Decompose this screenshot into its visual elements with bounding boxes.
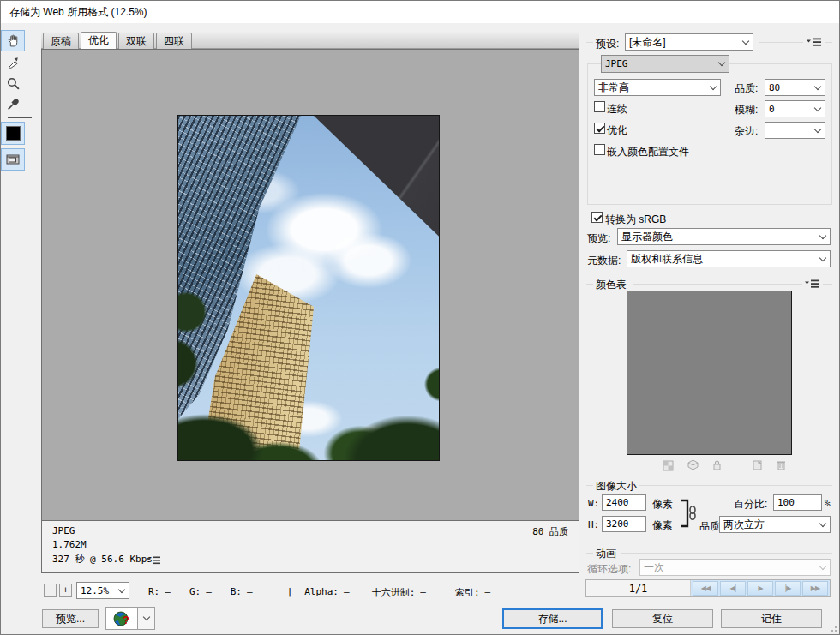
last-frame-button[interactable]: ▶▶: [802, 581, 828, 596]
remember-button-label: 记住: [761, 612, 782, 626]
eyedropper-tool-button[interactable]: [1, 93, 25, 115]
frame-counter: 1/1: [586, 580, 691, 596]
image-size-line-2: [639, 485, 832, 486]
zoom-out-button[interactable]: −: [44, 584, 57, 597]
zoom-tool-button[interactable]: [1, 73, 25, 94]
zoom-level-value: 12.5%: [77, 585, 115, 596]
quality-combo[interactable]: 80: [765, 79, 825, 96]
map-transparency-icon[interactable]: [663, 460, 674, 471]
optimized-filesize: 1.762M: [52, 539, 87, 550]
reset-button-label: 复位: [652, 612, 673, 626]
monitor-preview-value: 显示器颜色: [618, 230, 816, 244]
blur-combo[interactable]: 0: [765, 100, 825, 117]
height-field[interactable]: 3200: [602, 516, 646, 532]
tab-2up[interactable]: 双联: [118, 33, 154, 49]
progressive-checkbox[interactable]: [594, 101, 605, 112]
preset-combo[interactable]: [未命名]: [625, 33, 753, 51]
play-button[interactable]: ▶: [747, 581, 773, 596]
new-color-icon[interactable]: [752, 459, 763, 470]
percent-field[interactable]: 100: [773, 494, 822, 511]
remember-button[interactable]: 记住: [721, 609, 822, 628]
download-speed-menu-icon[interactable]: [147, 556, 160, 565]
preview-viewport[interactable]: JPEG 1.762M 327 秒 @ 56.6 Kbps 80 品质: [41, 49, 579, 573]
quality-chevron-icon: [811, 80, 825, 95]
loop-chevron-icon: [816, 560, 830, 575]
quality-value: 80: [765, 82, 811, 93]
width-unit-label: 像素: [652, 497, 673, 512]
next-frame-button[interactable]: |▶: [775, 581, 801, 596]
next-frame-icon: |▶: [785, 584, 791, 592]
resample-quality-combo[interactable]: 两次立方: [719, 516, 831, 533]
embed-profile-checkbox[interactable]: [594, 144, 605, 155]
eyedropper-color-swatch[interactable]: [1, 122, 25, 145]
first-frame-button[interactable]: ◀◀: [693, 581, 718, 596]
tab-original-label: 原稿: [51, 35, 71, 47]
toggle-slices-button[interactable]: [1, 148, 25, 171]
color-table-swatches[interactable]: [627, 291, 792, 455]
color-table-title: 颜色表: [596, 278, 627, 292]
browser-dropdown-chevron-icon: [142, 614, 149, 620]
optimize-info-strip: JPEG 1.762M 327 秒 @ 56.6 Kbps 80 品质: [42, 520, 579, 572]
g-value: —: [206, 586, 212, 599]
save-button-label: 存储...: [537, 612, 567, 626]
alpha-value: —: [344, 586, 350, 599]
browser-select-dropdown[interactable]: [137, 607, 155, 630]
g-label: G:: [189, 586, 201, 599]
format-chevron-icon: [715, 56, 729, 72]
resample-chevron-icon: [816, 517, 830, 532]
format-combo[interactable]: JPEG: [601, 55, 729, 73]
monitor-preview-combo[interactable]: 显示器颜色: [617, 228, 831, 245]
matte-chevron-icon: [811, 123, 825, 138]
hex-label: 十六进制:: [372, 586, 416, 599]
hand-tool-button[interactable]: [1, 30, 25, 51]
tab-optimized[interactable]: 优化: [81, 32, 117, 49]
width-field[interactable]: 2400: [602, 494, 646, 511]
delete-color-icon[interactable]: [776, 459, 787, 470]
playback-buttons: ◀◀ ◀| ▶ |▶ ▶▶: [691, 580, 830, 596]
monitor-preview-label: 预览:: [587, 231, 610, 246]
toolbar-divider: [8, 117, 32, 118]
optimize-menu-icon[interactable]: [807, 38, 821, 47]
previous-frame-button[interactable]: ◀|: [720, 581, 746, 596]
compression-quality-combo[interactable]: 非常高: [594, 79, 721, 96]
percent-unit-label: %: [825, 498, 831, 509]
slice-select-icon: [6, 56, 21, 70]
metadata-combo[interactable]: 版权和联系信息: [627, 250, 831, 267]
color-table-menu-icon[interactable]: [805, 279, 819, 289]
reset-button[interactable]: 复位: [612, 609, 713, 628]
constrain-link-icon[interactable]: [680, 498, 699, 529]
preset-value: [未命名]: [626, 35, 739, 50]
tab-original[interactable]: 原稿: [43, 33, 79, 49]
optimized-checkbox[interactable]: [594, 123, 605, 134]
swatch-color: [6, 126, 21, 141]
resize-grip[interactable]: [828, 623, 837, 632]
lock-color-icon[interactable]: [711, 459, 723, 470]
b-label: B:: [231, 586, 242, 599]
web-shift-cube-icon[interactable]: [687, 459, 699, 470]
animation-title: 动画: [596, 547, 616, 561]
first-frame-icon: ◀◀: [701, 584, 710, 592]
previous-frame-icon: ◀|: [730, 584, 736, 592]
matte-combo[interactable]: [765, 122, 825, 139]
preview-image[interactable]: [177, 115, 440, 461]
metadata-chevron-icon: [816, 251, 830, 267]
hex-value: —: [420, 586, 426, 599]
blur-value: 0: [765, 104, 811, 115]
tab-4up[interactable]: 四联: [156, 33, 192, 49]
dialog-title: 存储为 Web 所用格式 (12.5%): [1, 1, 839, 23]
embed-profile-label: 嵌入颜色配置文件: [607, 145, 689, 159]
zoom-level-combo[interactable]: 12.5%: [76, 582, 129, 599]
optimized-format: JPEG: [52, 525, 75, 536]
convert-srgb-checkbox[interactable]: [591, 212, 603, 223]
last-frame-icon: ▶▶: [811, 584, 819, 592]
slice-select-tool-button[interactable]: [1, 52, 25, 74]
quality-label: 品质:: [735, 81, 758, 96]
zoom-icon: [6, 76, 21, 91]
loop-options-combo[interactable]: 一次: [639, 559, 831, 576]
height-unit-label: 像素: [652, 518, 673, 533]
preview-in-browser-button[interactable]: 预览...: [42, 609, 99, 628]
svg-text:?: ?: [123, 614, 129, 626]
browser-select-button[interactable]: ?: [105, 607, 138, 630]
save-button[interactable]: 存储...: [502, 608, 603, 629]
zoom-in-button[interactable]: +: [59, 584, 72, 597]
